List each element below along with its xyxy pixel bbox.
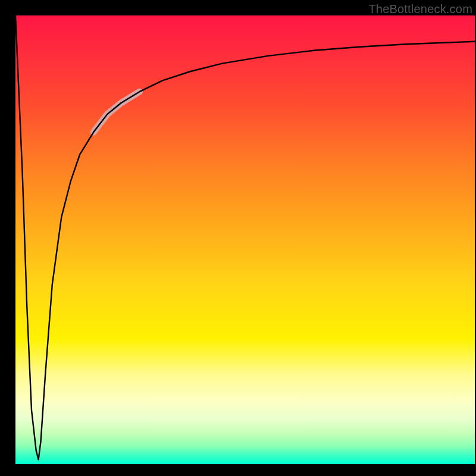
highlight-segment — [93, 92, 139, 132]
curve-layer — [15, 15, 475, 464]
chart-frame: TheBottleneck.com — [0, 0, 476, 476]
plot-area — [15, 15, 475, 464]
main-curve — [15, 15, 475, 459]
attribution-text: TheBottleneck.com — [368, 2, 472, 16]
